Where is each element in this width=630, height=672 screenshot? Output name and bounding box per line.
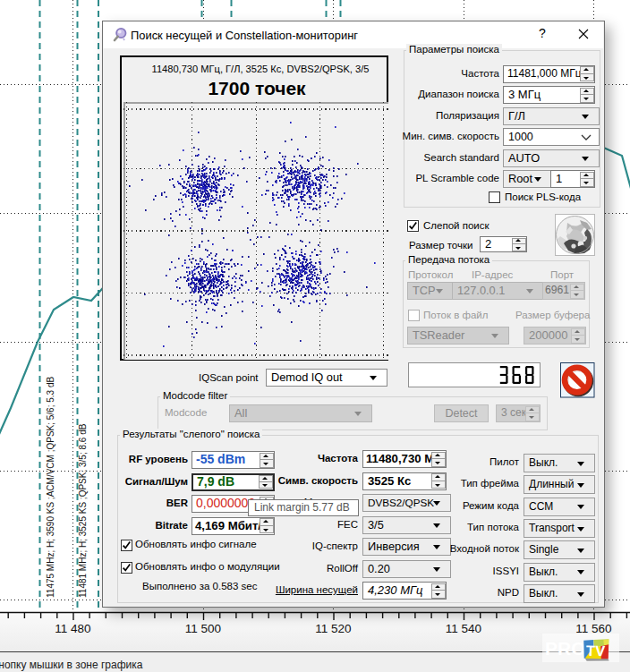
svg-text:TV: TV [586, 642, 606, 659]
